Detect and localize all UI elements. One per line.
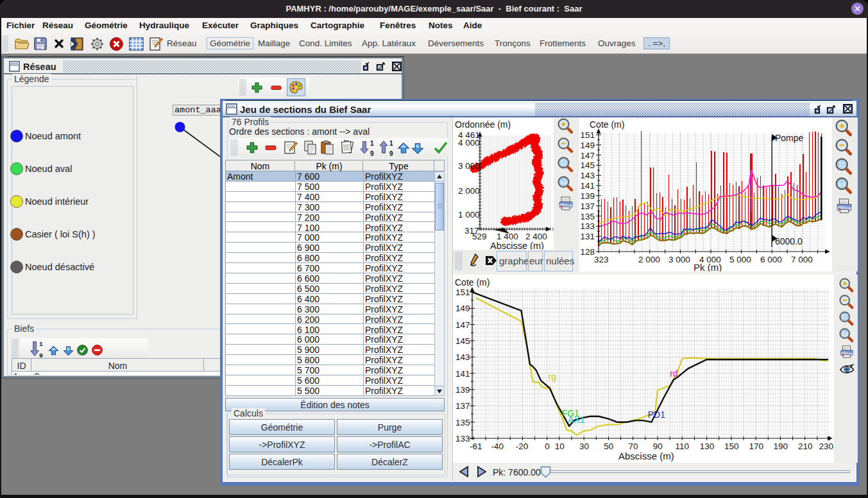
svg-text:1:1: 1:1 bbox=[838, 182, 846, 187]
svg-text:141: 141 bbox=[455, 369, 470, 379]
svg-text:137: 137 bbox=[580, 202, 595, 211]
svg-text:10: 10 bbox=[555, 442, 565, 451]
svg-text:3 000: 3 000 bbox=[458, 161, 480, 171]
svg-text:131: 131 bbox=[580, 232, 595, 241]
svg-text:90: 90 bbox=[653, 442, 663, 451]
svg-text:Abscisse (m): Abscisse (m) bbox=[618, 451, 674, 461]
svg-text:PD1: PD1 bbox=[648, 409, 665, 420]
svg-text:170: 170 bbox=[749, 442, 763, 451]
svg-text:128: 128 bbox=[580, 247, 595, 257]
svg-text:1 400: 1 400 bbox=[497, 232, 518, 241]
svg-text:529: 529 bbox=[472, 232, 487, 241]
svg-text:135: 135 bbox=[580, 212, 595, 221]
svg-text:323: 323 bbox=[594, 255, 609, 264]
svg-text:3 000: 3 000 bbox=[668, 255, 690, 264]
svg-text:Noeud aval: Noeud aval bbox=[25, 164, 72, 174]
svg-text:6 000: 6 000 bbox=[760, 255, 782, 264]
svg-text:1:1: 1:1 bbox=[561, 180, 567, 185]
svg-text:0: 0 bbox=[545, 442, 550, 451]
svg-text:rd: rd bbox=[670, 368, 677, 379]
svg-text:141: 141 bbox=[580, 181, 595, 191]
svg-text:145: 145 bbox=[455, 336, 470, 346]
svg-text:9: 9 bbox=[370, 150, 374, 157]
svg-text:AX1: AX1 bbox=[568, 415, 585, 425]
svg-text:143: 143 bbox=[455, 352, 470, 362]
svg-text:4 000: 4 000 bbox=[458, 138, 480, 148]
svg-text:7 000: 7 000 bbox=[791, 255, 813, 264]
svg-text:139: 139 bbox=[455, 385, 470, 395]
svg-text:143: 143 bbox=[580, 171, 595, 180]
svg-text:2 400: 2 400 bbox=[525, 232, 547, 241]
svg-text:1: 1 bbox=[39, 340, 43, 347]
svg-text:1:1: 1:1 bbox=[842, 332, 848, 336]
svg-text:133: 133 bbox=[455, 434, 470, 443]
svg-text:137: 137 bbox=[455, 401, 470, 411]
svg-text:230: 230 bbox=[819, 442, 833, 451]
svg-text:149: 149 bbox=[455, 304, 470, 313]
svg-text:-20: -20 bbox=[516, 442, 529, 451]
svg-text:149: 149 bbox=[580, 141, 595, 150]
svg-text:Pk (m): Pk (m) bbox=[694, 262, 722, 271]
svg-text:110: 110 bbox=[676, 442, 690, 451]
svg-text:9: 9 bbox=[39, 352, 42, 358]
svg-text:2 000: 2 000 bbox=[458, 186, 480, 196]
svg-text:Noeud désactivé: Noeud désactivé bbox=[25, 262, 94, 272]
svg-text:6000.0: 6000.0 bbox=[775, 236, 803, 246]
svg-text:145: 145 bbox=[580, 160, 595, 170]
svg-text:Casier ( loi S(h) ): Casier ( loi S(h) ) bbox=[25, 229, 96, 239]
svg-text:190: 190 bbox=[774, 442, 788, 451]
svg-text:-40: -40 bbox=[491, 442, 504, 451]
svg-text:-61: -61 bbox=[470, 442, 482, 451]
svg-text:50: 50 bbox=[604, 442, 613, 451]
svg-text:150: 150 bbox=[724, 442, 739, 451]
svg-text:5 000: 5 000 bbox=[729, 255, 751, 264]
svg-text:Abscisse (m): Abscisse (m) bbox=[490, 241, 544, 250]
svg-text:151: 151 bbox=[580, 130, 595, 140]
svg-text:139: 139 bbox=[580, 191, 595, 201]
svg-text:1: 1 bbox=[389, 140, 393, 147]
svg-text:1: 1 bbox=[370, 140, 374, 147]
svg-text:151: 151 bbox=[455, 288, 470, 297]
svg-text:rg: rg bbox=[549, 372, 556, 382]
svg-text:Noeud intérieur: Noeud intérieur bbox=[25, 196, 89, 207]
svg-text:147: 147 bbox=[455, 320, 470, 330]
svg-text:1 000: 1 000 bbox=[458, 210, 480, 219]
svg-text:70: 70 bbox=[629, 442, 638, 451]
svg-text:9: 9 bbox=[389, 150, 393, 157]
svg-text:133: 133 bbox=[580, 221, 595, 231]
svg-text:147: 147 bbox=[580, 151, 595, 160]
svg-text:2 000: 2 000 bbox=[638, 255, 660, 264]
svg-text:135: 135 bbox=[455, 418, 470, 427]
svg-text:Pompe: Pompe bbox=[775, 133, 804, 143]
svg-text:130: 130 bbox=[700, 442, 715, 451]
svg-text:Noeud amont: Noeud amont bbox=[25, 131, 81, 141]
svg-text:210: 210 bbox=[798, 442, 813, 451]
svg-text:30: 30 bbox=[579, 442, 589, 451]
